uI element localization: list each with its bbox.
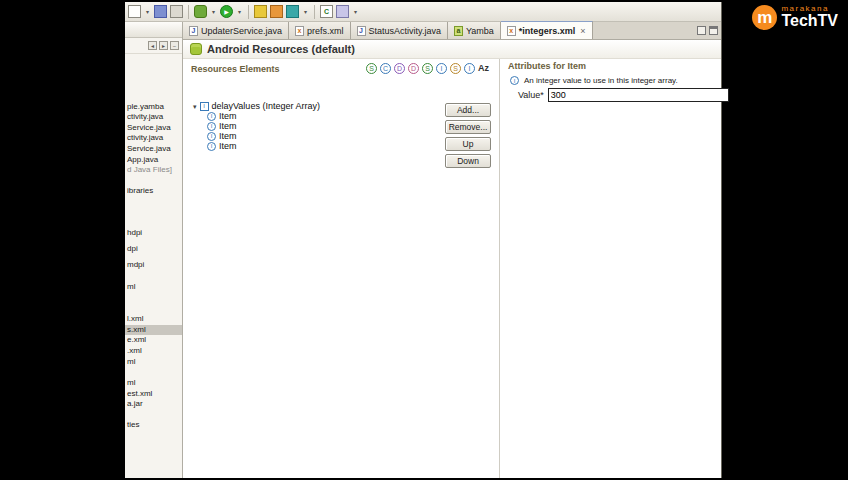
- tree-item[interactable]: I Item: [207, 121, 237, 131]
- workbench-content: ◂ ▸ − ple.yamba ctivity.java Service.jav…: [125, 22, 721, 478]
- value-input[interactable]: [548, 88, 729, 102]
- list-buttons: Add... Remove... Up Down: [445, 103, 491, 168]
- package-explorer-item[interactable]: est.xml: [127, 389, 152, 399]
- java-file-icon: J: [189, 26, 198, 36]
- package-explorer-item[interactable]: d Java Files]: [127, 165, 172, 175]
- tab-yamba[interactable]: a Yamba: [448, 22, 501, 39]
- dimension-resource-icon[interactable]: D: [394, 63, 405, 74]
- tree-item[interactable]: I Item: [207, 131, 237, 141]
- package-explorer-item[interactable]: ties: [127, 420, 139, 430]
- sort-alpha-icon[interactable]: Az: [478, 63, 489, 74]
- integer-item-icon: I: [510, 76, 519, 85]
- maximize-icon[interactable]: [709, 26, 718, 35]
- tools-dropdown-icon[interactable]: ▾: [302, 5, 309, 18]
- tree-item-label: Item: [219, 121, 237, 131]
- package-explorer-item[interactable]: l.xml: [127, 314, 143, 324]
- package-explorer-item[interactable]: ctivity.java: [127, 112, 163, 122]
- package-explorer-item[interactable]: ple.yamba: [127, 102, 164, 112]
- drawable-resource-icon[interactable]: D: [408, 63, 419, 74]
- tree-item-label: Item: [219, 131, 237, 141]
- package-explorer-item[interactable]: ml: [127, 282, 135, 292]
- package-explorer-item[interactable]: .xml: [127, 346, 142, 356]
- emulator-icon[interactable]: [286, 5, 299, 18]
- new-file-icon[interactable]: [128, 5, 141, 18]
- package-explorer-item[interactable]: dpi: [127, 244, 138, 254]
- new-class-icon[interactable]: C: [320, 5, 333, 18]
- collapse-all-icon[interactable]: −: [170, 41, 179, 50]
- up-button[interactable]: Up: [445, 137, 491, 151]
- editor-window-controls: [697, 26, 718, 35]
- android-sdk-icon[interactable]: [254, 5, 267, 18]
- package-explorer-item[interactable]: ibraries: [127, 186, 153, 196]
- integer-item-icon: I: [207, 142, 216, 151]
- new-dropdown-icon[interactable]: ▾: [144, 5, 151, 18]
- editor-area: J UpdaterService.java x prefs.xml J Stat…: [183, 22, 721, 478]
- package-explorer-item[interactable]: hdpi: [127, 228, 142, 238]
- run-dropdown-icon[interactable]: ▾: [236, 5, 243, 18]
- tab-prefs-xml[interactable]: x prefs.xml: [289, 22, 351, 39]
- package-explorer-item[interactable]: ml: [127, 378, 135, 388]
- package-explorer-item-selected[interactable]: s.xml: [125, 325, 182, 335]
- attribute-description-text: An integer value to use in this integer …: [524, 76, 678, 85]
- package-explorer-item[interactable]: e.xml: [127, 335, 146, 345]
- attribute-description: I An integer value to use in this intege…: [510, 76, 678, 85]
- tab-updaterservice-java[interactable]: J UpdaterService.java: [183, 22, 289, 39]
- tree-item-label: Item: [219, 111, 237, 121]
- integer-array-resource-icon[interactable]: I: [464, 63, 475, 74]
- search-dropdown-icon[interactable]: ▾: [352, 5, 359, 18]
- android-file-icon: a: [454, 26, 463, 36]
- resource-type-icons: S C D D S I S I Az: [366, 63, 489, 74]
- tree-root-delayvalues[interactable]: ▾ I delayValues (Integer Array): [193, 101, 320, 111]
- color-resource-icon[interactable]: C: [380, 63, 391, 74]
- package-explorer-item[interactable]: mdpi: [127, 260, 144, 270]
- string-array-resource-icon[interactable]: S: [450, 63, 461, 74]
- down-button[interactable]: Down: [445, 154, 491, 168]
- print-icon[interactable]: [170, 5, 183, 18]
- package-explorer-item[interactable]: Service.java: [127, 144, 171, 154]
- add-button[interactable]: Add...: [445, 103, 491, 117]
- string-resource-icon[interactable]: S: [366, 63, 377, 74]
- tab-statusactivity-java[interactable]: J StatusActivity.java: [351, 22, 448, 39]
- tree-item[interactable]: I Item: [207, 111, 237, 121]
- tab-label: prefs.xml: [307, 26, 344, 36]
- package-explorer-item[interactable]: Service.java: [127, 123, 171, 133]
- package-explorer-item[interactable]: ml: [127, 357, 135, 367]
- logo-name: TechTV: [781, 13, 838, 30]
- minimize-icon[interactable]: [697, 26, 706, 35]
- toolbar-separator: [248, 5, 249, 19]
- editor-tab-bar: J UpdaterService.java x prefs.xml J Stat…: [183, 22, 721, 40]
- remove-button[interactable]: Remove...: [445, 120, 491, 134]
- android-resources-editor: Android Resources (default) Resources El…: [183, 40, 721, 478]
- value-label: Value*: [518, 90, 544, 100]
- integer-item-icon: I: [207, 132, 216, 141]
- package-explorer-item[interactable]: ctivity.java: [127, 133, 163, 143]
- logo-m-letter: m: [757, 8, 772, 28]
- run-icon[interactable]: ▶: [220, 5, 233, 18]
- attributes-title: Attributes for Item: [508, 61, 586, 71]
- view-forward-icon[interactable]: ▸: [159, 41, 168, 50]
- tab-label: Yamba: [466, 26, 494, 36]
- save-icon[interactable]: [154, 5, 167, 18]
- debug-icon[interactable]: [194, 5, 207, 18]
- integer-item-icon: I: [207, 112, 216, 121]
- package-explorer-item[interactable]: App.java: [127, 155, 158, 165]
- page-title: Android Resources (default): [207, 43, 355, 55]
- ddms-icon[interactable]: [270, 5, 283, 18]
- integer-resource-icon[interactable]: I: [436, 63, 447, 74]
- debug-dropdown-icon[interactable]: ▾: [210, 5, 217, 18]
- expand-toggle-icon[interactable]: ▾: [193, 103, 197, 110]
- style-resource-icon[interactable]: S: [422, 63, 433, 74]
- close-icon[interactable]: ×: [580, 26, 585, 36]
- xml-file-icon: x: [295, 26, 304, 36]
- search-icon[interactable]: [336, 5, 349, 18]
- view-back-icon[interactable]: ◂: [148, 41, 157, 50]
- tab-integers-xml[interactable]: x *integers.xml ×: [501, 21, 593, 39]
- tree-item[interactable]: I Item: [207, 141, 237, 151]
- tree-root-label: delayValues (Integer Array): [212, 101, 320, 111]
- marakana-techtv-logo: m marakana TechTV: [752, 5, 838, 30]
- package-explorer: ◂ ▸ − ple.yamba ctivity.java Service.jav…: [125, 22, 183, 478]
- toolbar-separator: [188, 5, 189, 19]
- main-toolbar: ▾ ▾ ▶ ▾ ▾ C ▾: [125, 2, 721, 22]
- form-header: Android Resources (default): [183, 40, 721, 59]
- package-explorer-item[interactable]: a.jar: [127, 399, 143, 409]
